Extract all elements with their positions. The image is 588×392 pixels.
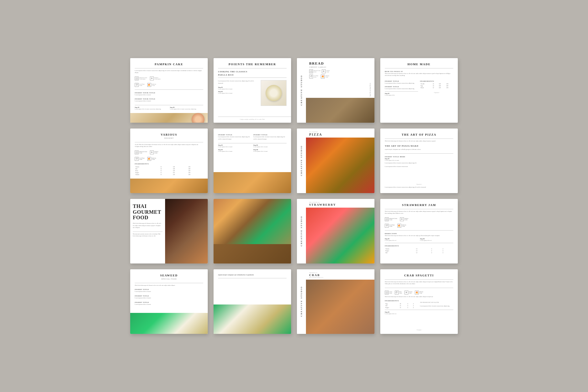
v-timer-label: Cook TimerLorem (139, 158, 145, 160)
section2-label: Insert Your Title (135, 98, 203, 100)
crab-cooker-icon: ⬜ (385, 291, 389, 294)
divider2 (218, 77, 287, 78)
paella-body: Lorem ipsum dolor sit amet consectetur a… (218, 80, 259, 85)
art-pizza-extra2: Lorem ipsum dolor sit amet consectetur (385, 166, 453, 168)
v-induction-icon: 🔥 (147, 157, 151, 161)
thai-title: THAIGOURMETFOOD (133, 203, 163, 221)
bread-timer-label: Cook TimerLorem (314, 75, 318, 78)
art-pizza-title: THE ART OF PIZZA (385, 133, 453, 136)
homemade-step: Step-01 Lorem ipsum dolor (385, 93, 418, 96)
jam-induction: 🔥InductionLorem (397, 224, 406, 228)
bread-vacation-label: VacationLorem (326, 70, 330, 73)
bread-cooker-label: Induction CookerLorem (314, 70, 320, 73)
pizza-content: CLASSIC PIZZA (306, 129, 374, 193)
divider2 (385, 153, 453, 154)
pumpkin-title: PAMPKIN CAKE (135, 63, 203, 66)
homemade-signature: - Signature - (420, 92, 453, 93)
ing-v2: 4 (431, 252, 442, 253)
bread-vertical-label: CREATIVE STUDIO (300, 75, 303, 106)
pizza-image (306, 138, 374, 193)
card-bread: CREATIVE STUDIO BREAD CHEESY GARLIC ⬜Ind… (297, 58, 374, 123)
paella-title: POIENTS THE REMEMBER (218, 63, 287, 66)
crab-vacation: ✈VacationLorem (404, 291, 413, 294)
divider (135, 283, 203, 283)
timer-icon-item: ⏱ Cook TimerLorem (135, 83, 145, 87)
card-crab: CREATIVE STUDIO TROPICAL CRAB SEA FOOD S… (297, 269, 374, 334)
seaweed-subtitle: SPECIAL FOOD (135, 278, 203, 280)
crab-timer-label: TimerLorem (399, 291, 402, 294)
art-pizza-extra: Lorem ipsum dolor sit amet consectetur a… (385, 162, 453, 164)
step2-text: Lorem ipsum dolor sit (420, 240, 453, 242)
art-pizza-desc: reped eicipit voluptatur aut vellutlin p… (385, 149, 453, 151)
thai-food-image (165, 199, 208, 263)
how-to-label: HOW TO INJOY IT (385, 71, 453, 72)
strawberry-jam-body: Obit lolo dolorereprs di derum voloro to… (385, 211, 453, 215)
bread-cooker: ⬜Induction CookerLorem (309, 69, 320, 73)
steps-top: Insert Title Lorem ipsum dolor sit amet … (218, 133, 287, 142)
thai-body: Obit lolo dolorereprs di derum voloro to… (133, 222, 163, 229)
divider (135, 142, 203, 142)
paella-text-col: Lorem ipsum dolor sit amet consectetur a… (218, 80, 259, 106)
timer-icon: ⏱ (135, 83, 139, 87)
v-induction: 🔥InductionLorem (147, 157, 156, 161)
card-paella: POIENTS THE REMEMBER COOKING THE CLASSIC… (214, 58, 291, 123)
step2-text: Lorem ipsum dolor sit amet (253, 146, 287, 148)
jam-timer-icon: ⏱ (385, 224, 389, 228)
card-art-pizza-inner: THE ART OF PIZZA Obit lolo dolorereprs d… (380, 129, 458, 193)
section2-label: Insert Title (135, 295, 203, 297)
bread-subtitle: CHEESY GARLIC (309, 66, 371, 68)
divider (385, 68, 453, 68)
v-cooker: ⬜Induction CookerLorem (135, 150, 147, 154)
section2-title: Insert Title (253, 134, 287, 136)
ing-v2: 120 (172, 173, 188, 175)
paella-bottom: Culpa sendae nobilitas di re cuda Title (214, 117, 291, 123)
strawberry-header: SEASONAL STRAWBERRY (306, 199, 374, 208)
crab-sub: SEA FOOD SPECIAL (309, 277, 371, 278)
section1-label: Insert Your Title (135, 92, 203, 94)
divider2 (385, 230, 453, 231)
steps-grid: Step-01 Lorem ipsum dolor sit amet Step-… (218, 144, 287, 153)
crab-vacation-icon: ✈ (404, 291, 408, 294)
section2-text: Lorem ipsum dolor sit amet consectetur a… (385, 88, 418, 90)
card-homemade-inner: HOME MADE HOW TO INJOY IT Obit lolo dolo… (380, 58, 458, 123)
crab-induction-icon: 🔥 (415, 291, 419, 294)
section2-text: Lorem ipsum dolor sit amet (135, 297, 203, 299)
jam-vacation: ✈VacationLorem (400, 217, 408, 221)
steps-col2: Step-02 Lorem ipsum dolor sit amet Step-… (253, 144, 287, 153)
art-pizza-footer: Lorem ipsum dolor sit amet consectetur a… (385, 186, 453, 189)
pizza-header: CLASSIC PIZZA (306, 129, 374, 138)
ingredients-label: INGREDIENTS (385, 300, 453, 302)
strawberry-vert-text: CREATIVE STUDIO (297, 199, 306, 263)
ing-v2: 4 (407, 306, 413, 308)
seaweed-title: SEAWEED (135, 274, 203, 277)
crab-vacation-label: VacationLorem (409, 291, 413, 294)
divider3 (135, 105, 203, 105)
crab-cooker: ⬜CookerLorem (385, 291, 392, 294)
card-homemade: HOME MADE HOW TO INJOY IT Obit lolo dolo… (380, 58, 458, 123)
paella-image (261, 80, 287, 106)
card-pumpkin-inner: PAMPKIN CAKE Lorem ipsum dolor sit amet … (130, 58, 208, 113)
crab-cooker-label: CookerLorem (389, 291, 392, 294)
thai-image-col (165, 199, 208, 263)
vacation-icon-item: ✈ VacationLorem ipsum (150, 77, 161, 80)
v-cooker-icon: ⬜ (135, 150, 139, 154)
card-strawberry-jam: STRAWBERRY JAM Obit lolo dolorereprs di … (380, 199, 458, 263)
vacation-icon: ✈ (150, 77, 154, 80)
card-strawberry-jam-inner: STRAWBERRY JAM Obit lolo dolorereprs di … (380, 199, 458, 263)
cooker-label: Induction CookerLorem ipsum (139, 77, 147, 80)
pumpkin-icons2: ⏱ Cook TimerLorem 🔥 InductionLorem (135, 83, 203, 87)
various-ingredients: Tomato12120230 Salt14140240 Flour1212023… (135, 166, 203, 175)
ing-name: Bread (420, 87, 432, 88)
card-pizza: CREATIVE STUDIO CLASSIC PIZZA (297, 129, 374, 193)
crab-extra-text: Lorem ipsum dolor sit amet consectetur a… (420, 305, 453, 307)
step1-text: Lorem ipsum dolor sit amet (385, 160, 453, 161)
ingredients-table: Noodle12120230 Egg14140240 Bread12120230 (420, 83, 453, 88)
crab-step1: Step-01 Lorem ipsum dolor sit (385, 311, 453, 315)
crab-ingredients-cols: Egg1044 Salt1244 Pepper1244 THE FRESH RE… (385, 302, 453, 308)
step4: Step-04 Lorem ipsum dolor sit amet (253, 149, 287, 152)
strawberry-vertical-label: CREATIVE STUDIO (300, 216, 303, 246)
section3-label: Insert Title (135, 302, 203, 303)
v-vacation-label: VacationLorem (154, 151, 158, 154)
divider (218, 278, 287, 278)
pumpkin-icons: ⬜ Induction CookerLorem ipsum ✈ Vacation… (135, 77, 203, 80)
